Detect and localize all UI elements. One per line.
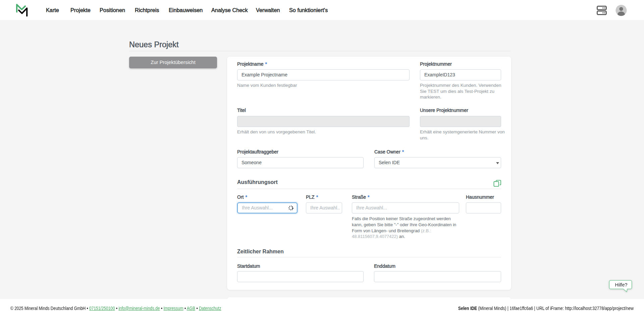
svg-text:Hilfe?: Hilfe? <box>615 282 627 288</box>
